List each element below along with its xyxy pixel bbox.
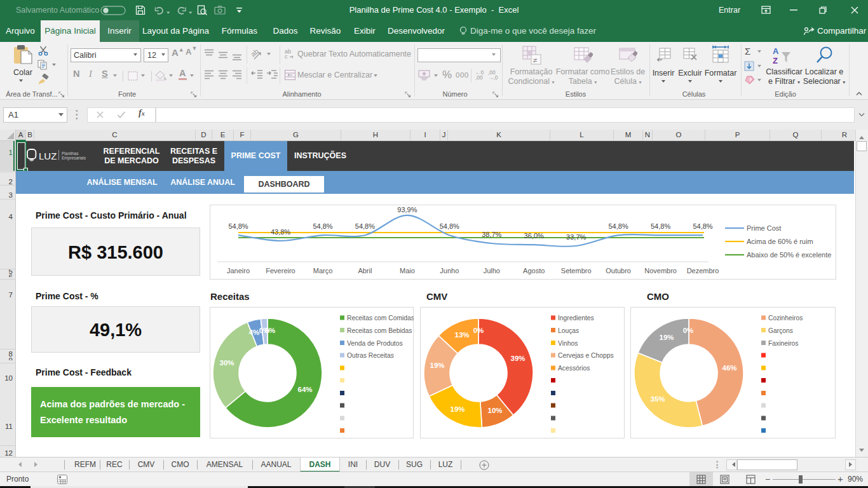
svg-text:Receitas com Comidas: Receitas com Comidas <box>347 315 414 322</box>
svg-text:Faxineiros: Faxineiros <box>768 340 799 347</box>
svg-text:Abril: Abril <box>358 267 372 274</box>
svg-text:Setembro: Setembro <box>561 267 592 274</box>
svg-text:19%: 19% <box>659 334 674 341</box>
svg-text:93,9%: 93,9% <box>397 206 417 214</box>
svg-text:Novembro: Novembro <box>644 267 677 274</box>
svg-text:33,7%: 33,7% <box>566 233 586 241</box>
svg-text:Julho: Julho <box>484 267 500 274</box>
svg-text:Acima de 60% é ruim: Acima de 60% é ruim <box>747 238 813 245</box>
svg-text:Venda de Produtos: Venda de Produtos <box>347 340 403 347</box>
svg-text:Fevereiro: Fevereiro <box>266 267 295 274</box>
svg-text:19%: 19% <box>430 362 444 369</box>
svg-text:Prime Cost: Prime Cost <box>747 224 781 232</box>
svg-text:Receitas com Bebidas: Receitas com Bebidas <box>347 327 412 334</box>
svg-text:Cozinheiros: Cozinheiros <box>768 315 803 322</box>
svg-text:46%: 46% <box>722 364 736 372</box>
svg-text:Junho: Junho <box>440 267 459 274</box>
svg-text:35%: 35% <box>650 395 665 403</box>
svg-text:54,8%: 54,8% <box>651 222 670 230</box>
svg-text:Garçons: Garçons <box>768 327 793 334</box>
svg-text:54,8%: 54,8% <box>228 222 248 230</box>
svg-text:c: c <box>285 53 288 60</box>
svg-text:Z: Z <box>773 56 778 65</box>
svg-text:19%: 19% <box>450 405 465 413</box>
svg-text:Outubro: Outubro <box>606 267 631 274</box>
svg-text:Outras Receitas: Outras Receitas <box>347 352 394 359</box>
svg-text:43,8%: 43,8% <box>271 228 290 236</box>
svg-text:Cervejas e Chopps: Cervejas e Chopps <box>558 352 614 359</box>
svg-text:Dezembro: Dezembro <box>687 267 719 274</box>
svg-text:Agosto: Agosto <box>523 267 545 274</box>
svg-text:54,8%: 54,8% <box>355 222 375 230</box>
svg-text:13%: 13% <box>454 331 469 339</box>
svg-text:Janeiro: Janeiro <box>227 267 250 274</box>
svg-text:54,8%: 54,8% <box>313 222 332 230</box>
svg-text:38,7%: 38,7% <box>482 231 501 238</box>
svg-text:54,8%: 54,8% <box>440 222 459 230</box>
svg-text:Acessórios: Acessórios <box>558 365 590 372</box>
svg-text:64%: 64% <box>297 386 312 393</box>
svg-text:4%: 4% <box>249 329 260 336</box>
svg-text:30%: 30% <box>219 359 234 367</box>
svg-text:39%: 39% <box>510 355 525 362</box>
svg-text:0%: 0% <box>473 327 484 334</box>
svg-text:10%: 10% <box>487 407 502 414</box>
svg-text:Maio: Maio <box>400 267 415 274</box>
svg-text:A: A <box>773 46 779 56</box>
svg-text:54,8%: 54,8% <box>608 222 628 230</box>
svg-text:Vinhos: Vinhos <box>558 340 578 347</box>
svg-text:0%: 0% <box>683 327 694 334</box>
svg-text:≠: ≠ <box>533 56 538 65</box>
svg-text:0%: 0% <box>265 327 276 334</box>
svg-text:Ingredientes: Ingredientes <box>558 315 594 322</box>
svg-text:36,0%: 36,0% <box>524 232 544 240</box>
svg-text:Abaixo de 50% é excelente: Abaixo de 50% é excelente <box>747 251 831 259</box>
svg-text:Louças: Louças <box>558 327 579 334</box>
svg-text:54,8%: 54,8% <box>693 222 712 230</box>
svg-text:Março: Março <box>313 267 333 274</box>
